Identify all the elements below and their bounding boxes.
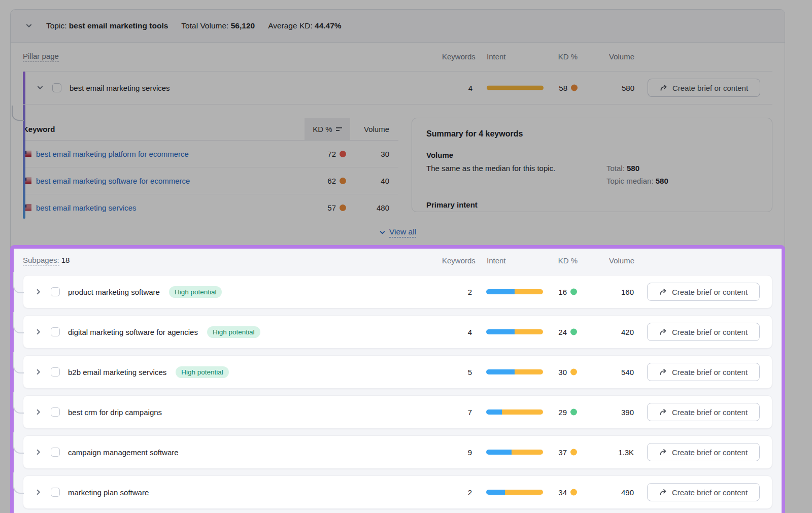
keyword-link[interactable]: best email marketing platform for ecomme… [23, 150, 304, 158]
intent-bar [486, 409, 543, 415]
tree-connector [13, 432, 24, 454]
kd-dot [340, 204, 346, 211]
subpage-row: campaign management software 9 37 1.3K C… [23, 435, 772, 469]
kd-value: 58 [539, 84, 578, 92]
keyword-table: Keyword KD % Volume best ema [23, 118, 398, 221]
row-checkbox[interactable] [51, 367, 60, 377]
view-all-link[interactable]: View all [379, 227, 416, 237]
row-checkbox[interactable] [52, 83, 61, 92]
keywords-count: 4 [442, 328, 472, 336]
keywords-count: 9 [442, 448, 472, 457]
volume-value: 490 [588, 488, 634, 497]
row-checkbox[interactable] [51, 327, 60, 336]
summary-title: Summary for 4 keywords [426, 129, 758, 139]
volume-column-header: Volume [350, 118, 398, 140]
summary-stats: Total: 580 Topic median: 580 [606, 164, 668, 189]
kd-value: 62 [304, 177, 350, 185]
keyword-table-row: best email marketing platform for ecomme… [23, 141, 398, 167]
curved-arrow-icon [659, 448, 667, 456]
pillar-page-section: Pillar page Keywords Intent KD % Volume … [11, 43, 785, 244]
subpage-row: b2b email marketing services High potent… [23, 355, 772, 389]
column-header-intent: Intent [487, 52, 544, 61]
create-brief-button[interactable]: Create brief or content [647, 283, 760, 301]
kd-dot [570, 449, 577, 456]
summary-volume-note: The same as the median for this topic. [426, 164, 592, 189]
keyword-link[interactable]: best email marketing software for ecomme… [23, 177, 304, 185]
subpages-count: 18 [61, 256, 70, 264]
row-checkbox[interactable] [51, 488, 60, 497]
row-checkbox[interactable] [51, 407, 60, 417]
subpage-row: best crm for drip campaigns 7 29 390 Cre… [23, 395, 772, 429]
high-potential-badge: High potential [169, 286, 222, 298]
volume-value: 580 [589, 84, 634, 92]
primary-intent-heading: Primary intent [426, 200, 758, 209]
chevron-right-icon[interactable] [35, 488, 43, 496]
create-brief-button[interactable]: Create brief or content [647, 363, 760, 381]
column-header-intent: Intent [487, 256, 544, 265]
subpages-section: Subpages:18 Keywords Intent KD % Volume … [10, 245, 785, 513]
curved-arrow-icon [660, 84, 668, 92]
chevron-right-icon[interactable] [35, 368, 43, 376]
keyword-table-row: best email marketing software for ecomme… [23, 167, 398, 194]
create-brief-button[interactable]: Create brief or content [647, 323, 760, 341]
column-header-volume: Volume [589, 256, 634, 265]
kd-value: 34 [539, 488, 577, 497]
pillar-page-label: Pillar page [23, 52, 59, 62]
chevron-right-icon[interactable] [35, 408, 43, 416]
create-brief-button[interactable]: Create brief or content [647, 443, 760, 461]
create-brief-button[interactable]: Create brief or content [648, 79, 760, 97]
kd-dot [571, 85, 578, 91]
column-header-keywords: Keywords [442, 52, 472, 61]
curved-arrow-icon [659, 408, 667, 416]
subpage-title: best crm for drip campaigns [68, 408, 162, 417]
tree-connector [13, 272, 24, 293]
chevron-right-icon[interactable] [35, 288, 43, 296]
row-checkbox[interactable] [51, 448, 60, 457]
summary-volume-heading: Volume [426, 151, 758, 159]
keyword-link[interactable]: best email marketing services [23, 203, 304, 212]
chevron-right-icon[interactable] [35, 328, 43, 336]
keyword-column-header: Keyword [23, 118, 304, 140]
topic-panel: Topic: best email marketing tools Total … [10, 9, 785, 513]
summary-card: Summary for 4 keywords Volume The same a… [412, 118, 772, 212]
tree-connector [13, 312, 24, 333]
intent-bar [486, 490, 543, 495]
high-potential-badge: High potential [176, 366, 229, 378]
kd-dot [570, 289, 577, 295]
column-header-keywords: Keywords [442, 256, 472, 265]
create-brief-button[interactable]: Create brief or content [647, 483, 760, 501]
subpages-head: Subpages:18 Keywords Intent KD % Volume [23, 256, 772, 267]
chevron-right-icon[interactable] [35, 448, 43, 456]
chevron-down-icon [379, 229, 386, 236]
kd-dot [570, 329, 577, 335]
subpage-title: marketing plan software [68, 488, 149, 497]
volume-value: 30 [350, 150, 398, 158]
chevron-down-icon[interactable] [36, 84, 44, 92]
create-brief-button[interactable]: Create brief or content [647, 403, 760, 421]
curved-arrow-icon [659, 488, 667, 496]
row-checkbox[interactable] [51, 287, 60, 296]
volume-value: 420 [588, 328, 634, 336]
keywords-count: 5 [442, 368, 472, 377]
kd-dot [570, 409, 577, 416]
kd-dot [340, 178, 346, 184]
kd-dot [340, 151, 346, 157]
volume-value: 1.3K [588, 448, 634, 457]
intent-bar [486, 369, 543, 374]
topic-title: Topic: best email marketing tools [46, 21, 168, 30]
keywords-count: 2 [442, 288, 472, 296]
subpage-title: campaign management software [68, 448, 179, 457]
intent-bar [487, 86, 544, 90]
kd-value: 72 [304, 150, 350, 158]
collapse-topic-chevron-icon[interactable] [25, 22, 33, 30]
intent-bar [486, 329, 543, 334]
keywords-count: 2 [442, 488, 472, 497]
kd-sort-header[interactable]: KD % [304, 118, 350, 140]
subpage-row: marketing plan software 2 34 490 Create … [23, 475, 772, 509]
topic-header-bar: Topic: best email marketing tools Total … [11, 10, 785, 43]
pillar-row: best email marketing services 4 58 580 C… [23, 71, 772, 105]
volume-value: 40 [350, 177, 398, 185]
intent-bar [486, 450, 543, 455]
kd-value: 30 [539, 368, 577, 377]
kd-value: 29 [539, 408, 577, 417]
